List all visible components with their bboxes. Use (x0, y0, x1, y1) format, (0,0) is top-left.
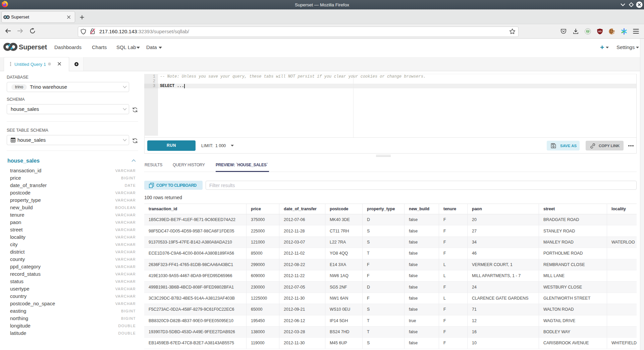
svg-text:UO: UO (598, 30, 602, 33)
